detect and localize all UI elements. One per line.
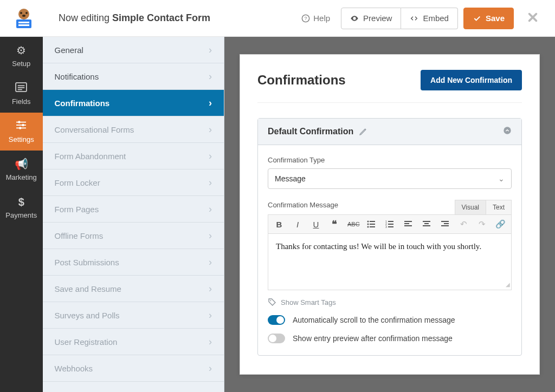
svg-rect-31 bbox=[388, 226, 393, 227]
nav-item-marketing[interactable]: 📢 Marketing bbox=[0, 151, 43, 188]
preview-button[interactable]: Preview bbox=[341, 8, 401, 29]
sidebar-item-user-registration[interactable]: User Registration› bbox=[43, 329, 224, 355]
svg-point-16 bbox=[22, 123, 25, 126]
embed-button[interactable]: Embed bbox=[401, 8, 458, 29]
topbar-right: ? Help Preview Embed Save bbox=[296, 5, 555, 31]
save-label: Save bbox=[486, 14, 505, 23]
chevron-right-icon: › bbox=[209, 97, 212, 109]
nav-label: Settings bbox=[9, 135, 34, 143]
main: ⚙ Setup Fields Settings 📢 Marketing $ Pa… bbox=[0, 37, 555, 392]
sidebar-item-post-submissions[interactable]: Post Submissions› bbox=[43, 249, 224, 276]
numbered-list-button[interactable]: 123 bbox=[384, 220, 395, 228]
svg-rect-34 bbox=[404, 225, 412, 226]
align-center-button[interactable] bbox=[421, 221, 432, 227]
add-new-confirmation-button[interactable]: Add New Confirmation bbox=[421, 70, 522, 90]
close-button[interactable] bbox=[519, 5, 546, 31]
sidebar-item-label: Form Abandonment bbox=[55, 152, 126, 161]
help-link[interactable]: ? Help bbox=[296, 9, 335, 27]
sidebar-item-label: Post Submissions bbox=[55, 258, 119, 267]
card-body: Confirmation Type Message ⌄ Confirmation… bbox=[258, 145, 521, 355]
svg-rect-29 bbox=[388, 224, 393, 225]
nav-label: Fields bbox=[12, 97, 31, 106]
nav-item-setup[interactable]: ⚙ Setup bbox=[0, 37, 43, 75]
chevron-right-icon: › bbox=[209, 363, 212, 374]
sidebar-item-confirmations[interactable]: Confirmations› bbox=[43, 90, 224, 116]
sidebar-item-form-locker[interactable]: Form Locker› bbox=[43, 169, 224, 196]
entry-preview-toggle[interactable] bbox=[268, 334, 285, 343]
svg-rect-39 bbox=[444, 223, 449, 224]
sidebar-item-form-abandonment[interactable]: Form Abandonment› bbox=[43, 143, 224, 169]
strike-button[interactable]: ABC bbox=[347, 221, 358, 227]
sidebar-item-label: General bbox=[55, 45, 83, 55]
resize-grip-icon[interactable]: ◢ bbox=[506, 280, 510, 289]
sidebar-item-label: User Registration bbox=[55, 337, 118, 347]
eye-icon bbox=[350, 14, 359, 23]
chevron-right-icon: › bbox=[209, 71, 212, 82]
svg-rect-23 bbox=[370, 224, 375, 225]
dollar-icon: $ bbox=[18, 196, 24, 208]
svg-point-18 bbox=[19, 127, 22, 129]
sidebar-item-offline-forms[interactable]: Offline Forms› bbox=[43, 223, 224, 249]
sidebar-item-notifications[interactable]: Notifications› bbox=[43, 63, 224, 90]
form-name: Simple Contact Form bbox=[112, 12, 210, 23]
sidebar-item-webhooks[interactable]: Webhooks› bbox=[43, 355, 224, 382]
svg-rect-21 bbox=[370, 221, 375, 222]
show-smart-tags-link[interactable]: Show Smart Tags bbox=[268, 298, 512, 306]
confirmation-type-select[interactable]: Message ⌄ bbox=[268, 168, 512, 189]
nav-item-payments[interactable]: $ Payments bbox=[0, 188, 43, 226]
confirmation-message-field: Confirmation Message Visual Text B I U ❝… bbox=[268, 200, 512, 290]
panel-head: Confirmations Add New Confirmation bbox=[257, 70, 522, 103]
sidebar-item-general[interactable]: General› bbox=[43, 37, 224, 63]
sidebar-item-form-pages[interactable]: Form Pages› bbox=[43, 196, 224, 223]
nav-label: Setup bbox=[12, 60, 30, 68]
link-button[interactable]: 🔗 bbox=[495, 219, 506, 229]
message-editor[interactable]: Thanks for contacting us! We will be in … bbox=[268, 234, 512, 290]
italic-button[interactable]: I bbox=[292, 220, 303, 229]
align-left-button[interactable] bbox=[403, 221, 414, 227]
code-icon bbox=[410, 14, 418, 23]
help-icon: ? bbox=[301, 14, 310, 23]
svg-point-20 bbox=[367, 221, 369, 223]
svg-point-22 bbox=[367, 224, 369, 225]
confirmation-type-label: Confirmation Type bbox=[268, 156, 512, 164]
svg-rect-32 bbox=[404, 221, 412, 222]
wpforms-logo-icon bbox=[12, 6, 36, 30]
chevron-right-icon: › bbox=[209, 204, 212, 215]
sidebar-item-save-and-resume[interactable]: Save and Resume› bbox=[43, 276, 224, 302]
card-head[interactable]: Default Confirmation bbox=[258, 119, 521, 145]
bold-button[interactable]: B bbox=[274, 220, 285, 229]
editor-tabs: Visual Text bbox=[455, 200, 512, 214]
redo-button[interactable]: ↷ bbox=[476, 219, 487, 229]
nav-item-fields[interactable]: Fields bbox=[0, 75, 43, 113]
blockquote-button[interactable]: ❝ bbox=[329, 218, 340, 230]
svg-point-19 bbox=[504, 127, 511, 134]
nav-item-settings[interactable]: Settings bbox=[0, 113, 43, 151]
align-right-button[interactable] bbox=[440, 221, 450, 227]
svg-point-0 bbox=[18, 9, 29, 19]
bullhorn-icon: 📢 bbox=[15, 158, 28, 171]
chevron-right-icon: › bbox=[209, 124, 212, 135]
toggle-label: Automatically scroll to the confirmation… bbox=[293, 316, 455, 324]
toggle-auto-scroll: Automatically scroll to the confirmation… bbox=[268, 315, 512, 325]
list-icon bbox=[15, 82, 27, 95]
pencil-icon[interactable] bbox=[359, 127, 367, 136]
auto-scroll-toggle[interactable] bbox=[268, 315, 285, 325]
chevron-down-icon: ⌄ bbox=[498, 174, 505, 183]
sidebar-item-conversational-forms[interactable]: Conversational Forms› bbox=[43, 116, 224, 143]
left-nav: ⚙ Setup Fields Settings 📢 Marketing $ Pa… bbox=[0, 37, 43, 392]
topbar: Now editing Simple Contact Form ? Help P… bbox=[0, 0, 555, 37]
tab-text[interactable]: Text bbox=[486, 200, 512, 214]
embed-label: Embed bbox=[423, 14, 449, 23]
sidebar-item-label: Conversational Forms bbox=[55, 125, 134, 134]
sidebar-item-label: Offline Forms bbox=[55, 231, 104, 240]
sidebar-item-label: Surveys and Polls bbox=[55, 311, 120, 320]
undo-button[interactable]: ↶ bbox=[458, 219, 469, 229]
sidebar-item-surveys-and-polls[interactable]: Surveys and Polls› bbox=[43, 302, 224, 329]
tab-visual[interactable]: Visual bbox=[455, 200, 486, 214]
underline-button[interactable]: U bbox=[311, 220, 321, 229]
bullet-list-button[interactable] bbox=[366, 220, 377, 228]
save-button[interactable]: Save bbox=[463, 8, 514, 29]
svg-rect-6 bbox=[18, 24, 29, 26]
collapse-toggle[interactable] bbox=[503, 126, 512, 137]
editor-toolbar: B I U ❝ ABC 123 ↶ ↷ 🔗 bbox=[268, 214, 512, 234]
